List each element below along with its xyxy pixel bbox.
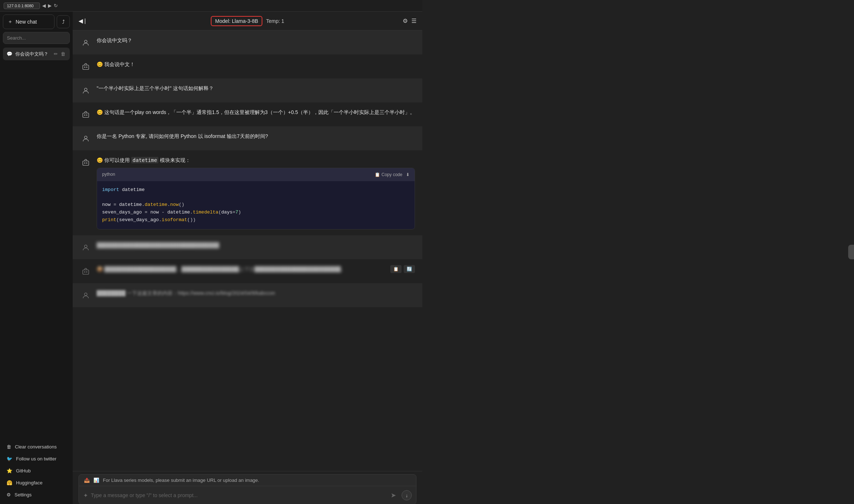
upload-icon: 📤 <box>84 477 90 483</box>
send-icon: ➤ <box>391 491 396 499</box>
bot-avatar-blurred <box>80 266 92 277</box>
browser-back[interactable]: ◀ <box>42 3 46 8</box>
chat-item[interactable]: 💬 你会说中文吗？ ✏ 🗑 <box>3 48 70 60</box>
new-chat-label: New chat <box>16 19 37 25</box>
svg-point-12 <box>84 245 87 247</box>
chat-list: 💬 你会说中文吗？ ✏ 🗑 <box>3 48 70 438</box>
chat-icon: 💬 <box>7 51 12 57</box>
new-chat-button[interactable]: ＋ New chat <box>3 15 55 29</box>
browser-forward[interactable]: ▶ <box>48 3 52 8</box>
send-button[interactable]: ➤ <box>388 490 399 501</box>
svg-rect-1 <box>83 65 89 69</box>
svg-point-14 <box>84 272 85 272</box>
message-row-user-2: "一个半小时实际上是三个半小时" 这句话如何解释？ <box>73 78 422 102</box>
chat-item-label: 你会说中文吗？ <box>15 51 50 57</box>
message-text-user-blurred: ██████████████████████████████████ <box>97 241 415 249</box>
bot-avatar-2 <box>80 109 92 121</box>
sidebar-item-clear[interactable]: 🗑 Clear conversations <box>3 441 70 453</box>
svg-point-15 <box>86 272 87 272</box>
plus-icon: ＋ <box>8 19 13 25</box>
message-text-user-3: 你是一名 Python 专家, 请问如何使用 Python 以 isoforma… <box>97 132 415 140</box>
message-row-user-3: 你是一名 Python 专家, 请问如何使用 Python 以 isoforma… <box>73 126 422 150</box>
svg-point-0 <box>84 40 87 43</box>
back-icon: ◀ <box>78 17 83 24</box>
bottom-bar: 📤 📊 For Llava series models, please subm… <box>73 471 422 504</box>
sidebar-item-github[interactable]: ⭐ GitHub <box>3 465 70 477</box>
code-header: python 📋 Copy code ⬇ <box>97 168 415 181</box>
message-text-user-2: "一个半小时实际上是三个半小时" 这句话如何解释？ <box>97 84 415 92</box>
header-center: Model: Llama-3-8B Temp: 1 <box>211 16 284 26</box>
svg-point-7 <box>86 115 87 115</box>
sidebar-item-settings[interactable]: ⚙ Settings <box>3 489 70 501</box>
message-row-assistant-3: 😊 你可以使用 datetime 模块来实现： python 📋 Copy co… <box>73 150 422 235</box>
svg-rect-9 <box>83 161 89 165</box>
message-row-assistant-2: 😊 这句话是一个play on words，「一个半」通常指1.5，但在这里被理… <box>73 102 422 126</box>
back-button[interactable]: ◀ | <box>78 17 86 24</box>
address-bar[interactable]: 127.0.0.1:8080 <box>4 3 40 9</box>
svg-point-6 <box>84 115 85 115</box>
settings-icon: ⚙ <box>7 492 11 497</box>
prompt-icon: ✦ <box>83 492 88 499</box>
svg-point-4 <box>84 88 87 91</box>
sidebar-top: ＋ New chat ⤴ <box>3 15 70 29</box>
sidebar-item-apiurl[interactable]: 🔗 Chat API Url <box>3 501 70 504</box>
svg-point-3 <box>86 67 87 68</box>
temp-label: Temp: 1 <box>266 18 284 24</box>
code-block: python 📋 Copy code ⬇ <box>97 168 415 229</box>
copy-message-button[interactable]: 📋 <box>390 265 402 273</box>
browser-refresh[interactable]: ↻ <box>54 3 58 8</box>
download-code-button[interactable]: ⬇ <box>406 172 410 177</box>
svg-rect-5 <box>83 113 89 117</box>
message-row-assistant-blurred: 📦 ████████████████████，████████████████上… <box>73 259 422 283</box>
user-avatar-3 <box>80 133 92 145</box>
share-button[interactable]: ⤴ <box>57 15 70 28</box>
message-row-user-blurred: ██████████████████████████████████ <box>73 235 422 259</box>
sidebar: ＋ New chat ⤴ 💬 你会说中文吗？ ✏ 🗑 <box>0 12 73 504</box>
svg-point-16 <box>84 293 87 295</box>
user-avatar-2 <box>80 85 92 97</box>
delete-chat-button[interactable]: 🗑 <box>60 50 66 57</box>
copy-icon: 📋 <box>375 172 380 177</box>
sidebar-github-label: GitHub <box>16 468 31 473</box>
right-edge-handle[interactable] <box>848 245 854 259</box>
user-avatar-partial <box>80 290 92 301</box>
main-panel: ◀ | Model: Llama-3-8B Temp: 1 ⚙ ☰ <box>73 12 422 504</box>
message-input[interactable] <box>91 492 385 498</box>
sidebar-settings-label: Settings <box>15 492 32 497</box>
search-input[interactable] <box>3 32 70 44</box>
svg-point-2 <box>84 67 85 68</box>
bot-avatar-3 <box>80 157 92 168</box>
message-text-user-partial: ████████ 一下这篇文章的内容：https://www.cnci.io/b… <box>97 289 415 297</box>
edit-chat-button[interactable]: ✏ <box>53 50 59 57</box>
message-actions: 📋 🔄 <box>390 265 415 273</box>
user-avatar-blurred <box>80 242 92 253</box>
gear-icon-button[interactable]: ⚙ <box>403 17 408 24</box>
code-content: import datetime now = datetime.datetime.… <box>97 181 415 229</box>
scroll-to-bottom-button[interactable]: ↓ <box>402 490 412 500</box>
menu-icon-button[interactable]: ☰ <box>411 17 416 24</box>
message-row-user-partial: ████████ 一下这篇文章的内容：https://www.cnci.io/b… <box>73 283 422 307</box>
sidebar-item-huggingface[interactable]: 🤗 Huggingface <box>3 477 70 489</box>
model-badge[interactable]: Model: Llama-3-8B <box>211 16 262 26</box>
upload-notice: 📤 📊 For Llava series models, please subm… <box>78 474 416 486</box>
message-text-user-1: 你会说中文吗？ <box>97 36 415 44</box>
share-icon: ⤴ <box>62 19 65 25</box>
trash-icon: 🗑 <box>7 444 11 450</box>
chat-area[interactable]: 你会说中文吗？ 😊 我会说中文！ <box>73 31 422 471</box>
message-text-assistant-2: 😊 这句话是一个play on words，「一个半」通常指1.5，但在这里被理… <box>97 108 415 116</box>
copy-code-button[interactable]: 📋 Copy code <box>375 172 402 177</box>
sidebar-item-twitter[interactable]: 🐦 Follow us on twitter <box>3 453 70 465</box>
cursor-indicator: | <box>84 18 86 24</box>
upload-notice-text: For Llava series models, please submit a… <box>103 477 259 483</box>
browser-chrome: 127.0.0.1:8080 ◀ ▶ ↻ <box>0 0 422 12</box>
chart-icon: 📊 <box>93 477 99 483</box>
code-actions: 📋 Copy code ⬇ <box>375 172 410 177</box>
huggingface-icon: 🤗 <box>7 480 12 485</box>
message-text-assistant-1: 😊 我会说中文！ <box>97 60 415 68</box>
svg-point-8 <box>84 136 87 139</box>
twitter-icon: 🐦 <box>7 456 12 462</box>
regenerate-button[interactable]: 🔄 <box>404 265 415 273</box>
user-avatar-1 <box>80 37 92 49</box>
input-row: ✦ ➤ ↓ <box>78 486 416 504</box>
sidebar-huggingface-label: Huggingface <box>16 480 43 485</box>
